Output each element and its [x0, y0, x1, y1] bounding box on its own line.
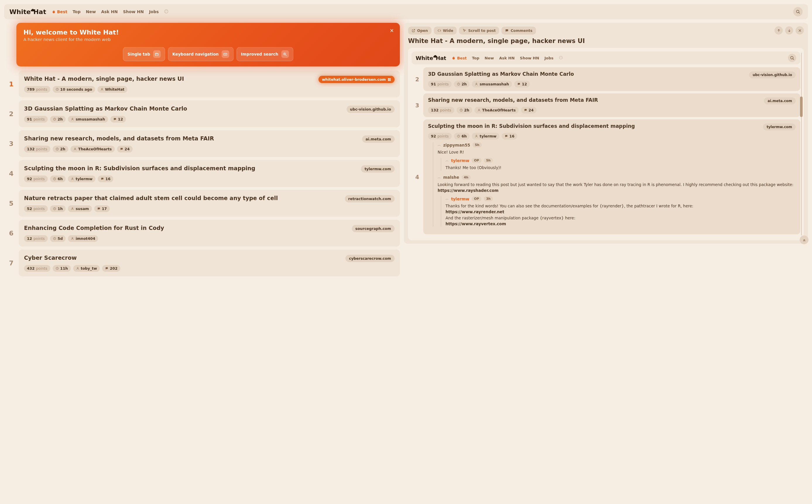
story-domain[interactable]: tylermw.com: [361, 165, 394, 173]
author-chip[interactable]: TheAceOfHearts: [475, 107, 519, 113]
author-chip[interactable]: smusamashah: [472, 81, 512, 87]
clock-icon: [53, 237, 56, 240]
search-button[interactable]: [793, 7, 803, 16]
cursor-icon: [463, 29, 466, 32]
story-domain[interactable]: cyberscarecrow.com: [345, 255, 394, 262]
comments-chip[interactable]: 202: [102, 265, 120, 272]
comments-chip[interactable]: 17: [94, 205, 110, 212]
nav-jobs[interactable]: Jobs: [545, 56, 554, 60]
comments-button[interactable]: Comments: [502, 27, 536, 35]
story-domain[interactable]: ai.meta.com: [362, 135, 394, 143]
nav-ask-hn[interactable]: Ask HN: [101, 9, 118, 14]
comment: ︿tylermwOP5hThanks! Me too (Obviously)!: [446, 158, 796, 171]
story-card[interactable]: Sharing new research, models, and datase…: [19, 130, 400, 157]
comments-chip[interactable]: 24: [521, 107, 537, 113]
points-chip: 12 points: [24, 235, 48, 242]
banner-chip-2[interactable]: Improved search: [236, 47, 293, 61]
story-domain[interactable]: ai.meta.com: [764, 97, 796, 104]
expand-icon: [437, 29, 441, 32]
preview-search-button[interactable]: [788, 54, 796, 62]
comments-chip[interactable]: 12: [514, 81, 530, 87]
author-chip[interactable]: imnot404: [68, 235, 98, 242]
panel-close-button[interactable]: [796, 26, 804, 35]
author-chip[interactable]: smusamashah: [68, 116, 108, 123]
comments-chip[interactable]: 24: [117, 146, 133, 152]
story-card[interactable]: Sculpting the moon in R: Subdivision sur…: [423, 119, 800, 234]
nav-best[interactable]: Best: [51, 9, 67, 14]
nav-new[interactable]: New: [86, 9, 96, 14]
story-card[interactable]: Sculpting the moon in R: Subdivision sur…: [19, 160, 400, 187]
nav-new[interactable]: New: [485, 56, 494, 60]
story-domain[interactable]: retractionwatch.com: [345, 195, 394, 202]
author-chip[interactable]: TheAceOfHearts: [71, 146, 114, 152]
nav-top[interactable]: Top: [73, 9, 80, 14]
nav-up-button[interactable]: [775, 26, 783, 35]
banner-close-button[interactable]: [388, 27, 395, 34]
story-domain[interactable]: ubc-vision.github.io: [749, 71, 796, 78]
story-card[interactable]: Cyber Scarecrowcyberscarecrow.com432 poi…: [19, 250, 400, 276]
panel-title: White Hat - A modern, single page, hacke…: [408, 37, 804, 44]
comments-chip[interactable]: 16: [502, 133, 517, 140]
author-chip[interactable]: tylermw: [472, 133, 500, 140]
search-icon: [790, 56, 794, 60]
theme-icon[interactable]: [559, 56, 563, 61]
collapse-toggle[interactable]: ︿: [446, 197, 449, 201]
nav-jobs[interactable]: Jobs: [149, 9, 159, 14]
time-chip: 10 seconds ago: [53, 86, 95, 93]
preview-logo[interactable]: White Hat: [416, 55, 446, 61]
nav-show-hn[interactable]: Show HN: [123, 9, 144, 14]
story-domain[interactable]: sourcegraph.com: [352, 225, 394, 232]
author-chip[interactable]: tylermw: [68, 176, 95, 182]
logo[interactable]: White Hat: [9, 8, 46, 16]
svg-rect-9: [224, 53, 227, 55]
collapse-toggle[interactable]: ︿: [446, 158, 449, 163]
story-row: 23D Gaussian Splatting as Markov Chain M…: [412, 67, 800, 91]
author-chip[interactable]: toby_tw: [73, 265, 100, 272]
banner-chip-1[interactable]: Keyboard navigation: [168, 47, 233, 61]
nav-best[interactable]: Best: [452, 56, 467, 60]
collapse-toggle[interactable]: ︿: [438, 175, 441, 180]
time-chip: 2h: [50, 116, 66, 123]
user-icon: [73, 147, 77, 151]
nav-show-hn[interactable]: Show HN: [520, 56, 539, 60]
collapse-toggle[interactable]: ︿: [438, 143, 441, 147]
preview-navbar: White Hat BestTopNewAsk HNShow HNJobs: [412, 51, 800, 64]
scroll-to-post-button[interactable]: Scroll to post: [459, 27, 499, 35]
comments-chip[interactable]: 16: [98, 176, 113, 182]
comment-author[interactable]: tylermw: [451, 197, 469, 201]
points-chip: 92 points: [24, 176, 48, 182]
svg-point-18: [72, 118, 73, 119]
story-domain[interactable]: whitehat.oliver-brodersen.com: [318, 76, 394, 83]
story-domain[interactable]: tylermw.com: [763, 123, 796, 130]
wide-button[interactable]: Wide: [434, 27, 457, 35]
comment-author[interactable]: zippyman55: [443, 143, 470, 147]
story-card[interactable]: White Hat - A modern, single page, hacke…: [19, 70, 400, 97]
story-domain[interactable]: ubc-vision.github.io: [346, 106, 394, 113]
scroll-to-top-button[interactable]: [800, 235, 808, 244]
preview-scrollbar[interactable]: [800, 53, 803, 235]
comment-author[interactable]: tylermw: [451, 158, 469, 163]
story-card[interactable]: Sharing new research, models, and datase…: [423, 93, 800, 117]
comment-icon: [120, 147, 123, 151]
nav-top[interactable]: Top: [472, 56, 479, 60]
story-rank: 3: [412, 93, 419, 117]
story-card[interactable]: 3D Gaussian Splatting as Markov Chain Mo…: [19, 100, 400, 127]
story-card[interactable]: Nature retracts paper that claimed adult…: [19, 190, 400, 217]
theme-icon[interactable]: [164, 9, 169, 15]
story-title: Nature retracts paper that claimed adult…: [24, 195, 342, 202]
comments-chip[interactable]: 12: [110, 116, 126, 123]
story-title: Sculpting the moon in R: Subdivision sur…: [428, 123, 760, 129]
story-card[interactable]: 3D Gaussian Splatting as Markov Chain Mo…: [423, 67, 800, 91]
story-row: 4Sculpting the moon in R: Subdivision su…: [412, 119, 800, 234]
nav-links: BestTopNewAsk HNShow HNJobs: [51, 9, 159, 14]
open-button[interactable]: Open: [408, 27, 432, 35]
story-card[interactable]: Enhancing Code Completion for Rust in Co…: [19, 220, 400, 247]
clock-icon: [53, 177, 56, 180]
author-chip[interactable]: susam: [68, 205, 92, 212]
story-rank: 2: [412, 67, 419, 91]
banner-chip-0[interactable]: Single tab: [123, 47, 165, 61]
comment-author[interactable]: malshe: [443, 175, 459, 180]
nav-ask-hn[interactable]: Ask HN: [499, 56, 515, 60]
author-chip[interactable]: WhiteHat: [97, 86, 127, 93]
nav-down-button[interactable]: [785, 26, 793, 35]
